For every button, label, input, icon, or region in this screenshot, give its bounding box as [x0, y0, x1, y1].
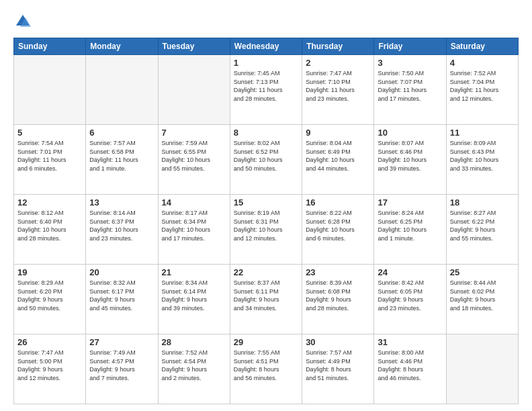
header: [13, 12, 519, 31]
day-number: 19: [17, 267, 82, 277]
day-number: 14: [162, 197, 226, 208]
cell-details: Sunrise: 7:49 AM Sunset: 4:57 PM Dayligh…: [89, 349, 154, 382]
calendar-header-sunday: Sunday: [14, 38, 86, 55]
calendar-cell: [86, 55, 158, 125]
day-number: 1: [234, 58, 298, 68]
logo: [13, 12, 35, 31]
calendar-cell: 19Sunrise: 8:29 AM Sunset: 6:20 PM Dayli…: [14, 265, 86, 334]
day-number: 30: [306, 337, 370, 347]
day-number: 28: [162, 337, 226, 347]
logo-icon: [13, 12, 32, 31]
cell-details: Sunrise: 7:57 AM Sunset: 4:49 PM Dayligh…: [306, 349, 370, 382]
calendar-header-saturday: Saturday: [446, 38, 518, 55]
day-number: 18: [450, 197, 515, 208]
day-number: 7: [162, 128, 226, 138]
calendar-cell: 8Sunrise: 8:02 AM Sunset: 6:52 PM Daylig…: [230, 125, 302, 195]
cell-details: Sunrise: 8:42 AM Sunset: 6:05 PM Dayligh…: [378, 279, 442, 312]
day-number: 12: [17, 197, 82, 208]
day-number: 4: [450, 58, 515, 68]
cell-details: Sunrise: 7:52 AM Sunset: 7:04 PM Dayligh…: [450, 69, 515, 103]
calendar-week-2: 12Sunrise: 8:12 AM Sunset: 6:40 PM Dayli…: [14, 195, 519, 265]
calendar-header-friday: Friday: [374, 38, 446, 55]
calendar-cell: 31Sunrise: 8:00 AM Sunset: 4:46 PM Dayli…: [374, 334, 446, 404]
calendar-cell: 16Sunrise: 8:22 AM Sunset: 6:28 PM Dayli…: [302, 195, 374, 265]
calendar-cell: [158, 55, 230, 125]
cell-details: Sunrise: 7:55 AM Sunset: 4:51 PM Dayligh…: [234, 349, 298, 382]
calendar-cell: 7Sunrise: 7:59 AM Sunset: 6:55 PM Daylig…: [158, 125, 230, 195]
cell-details: Sunrise: 8:17 AM Sunset: 6:34 PM Dayligh…: [162, 209, 226, 242]
calendar-cell: 14Sunrise: 8:17 AM Sunset: 6:34 PM Dayli…: [158, 195, 230, 265]
cell-details: Sunrise: 7:57 AM Sunset: 6:58 PM Dayligh…: [89, 139, 154, 173]
calendar-cell: 29Sunrise: 7:55 AM Sunset: 4:51 PM Dayli…: [230, 334, 302, 404]
day-number: 11: [450, 128, 515, 138]
calendar-cell: [14, 55, 86, 125]
cell-details: Sunrise: 8:34 AM Sunset: 6:14 PM Dayligh…: [162, 279, 226, 312]
calendar-cell: 15Sunrise: 8:19 AM Sunset: 6:31 PM Dayli…: [230, 195, 302, 265]
calendar-cell: 22Sunrise: 8:37 AM Sunset: 6:11 PM Dayli…: [230, 265, 302, 334]
cell-details: Sunrise: 8:39 AM Sunset: 6:08 PM Dayligh…: [306, 279, 370, 312]
calendar-header-monday: Monday: [86, 38, 158, 55]
calendar-cell: 6Sunrise: 7:57 AM Sunset: 6:58 PM Daylig…: [86, 125, 158, 195]
cell-details: Sunrise: 8:22 AM Sunset: 6:28 PM Dayligh…: [306, 209, 370, 242]
day-number: 20: [89, 267, 154, 277]
calendar-cell: 9Sunrise: 8:04 AM Sunset: 6:49 PM Daylig…: [302, 125, 374, 195]
calendar-cell: 20Sunrise: 8:32 AM Sunset: 6:17 PM Dayli…: [86, 265, 158, 334]
calendar-cell: 23Sunrise: 8:39 AM Sunset: 6:08 PM Dayli…: [302, 265, 374, 334]
day-number: 22: [234, 267, 298, 277]
cell-details: Sunrise: 8:09 AM Sunset: 6:43 PM Dayligh…: [450, 139, 515, 173]
cell-details: Sunrise: 7:52 AM Sunset: 4:54 PM Dayligh…: [162, 349, 226, 382]
calendar-cell: 3Sunrise: 7:50 AM Sunset: 7:07 PM Daylig…: [374, 55, 446, 125]
calendar-cell: 12Sunrise: 8:12 AM Sunset: 6:40 PM Dayli…: [14, 195, 86, 265]
day-number: 27: [89, 337, 154, 347]
cell-details: Sunrise: 7:45 AM Sunset: 7:13 PM Dayligh…: [234, 69, 298, 103]
cell-details: Sunrise: 7:50 AM Sunset: 7:07 PM Dayligh…: [378, 69, 442, 103]
day-number: 25: [450, 267, 515, 277]
day-number: 16: [306, 197, 370, 208]
calendar-cell: [446, 334, 518, 404]
calendar-table: SundayMondayTuesdayWednesdayThursdayFrid…: [13, 38, 519, 404]
calendar-header-tuesday: Tuesday: [158, 38, 230, 55]
calendar-cell: 24Sunrise: 8:42 AM Sunset: 6:05 PM Dayli…: [374, 265, 446, 334]
calendar-cell: 21Sunrise: 8:34 AM Sunset: 6:14 PM Dayli…: [158, 265, 230, 334]
calendar-week-4: 26Sunrise: 7:47 AM Sunset: 5:00 PM Dayli…: [14, 334, 519, 404]
calendar-header-wednesday: Wednesday: [230, 38, 302, 55]
calendar-cell: 1Sunrise: 7:45 AM Sunset: 7:13 PM Daylig…: [230, 55, 302, 125]
calendar-week-1: 5Sunrise: 7:54 AM Sunset: 7:01 PM Daylig…: [14, 125, 519, 195]
day-number: 2: [306, 58, 370, 68]
day-number: 21: [162, 267, 226, 277]
calendar-cell: 10Sunrise: 8:07 AM Sunset: 6:46 PM Dayli…: [374, 125, 446, 195]
calendar-cell: 25Sunrise: 8:44 AM Sunset: 6:02 PM Dayli…: [446, 265, 518, 334]
day-number: 8: [234, 128, 298, 138]
calendar-body: 1Sunrise: 7:45 AM Sunset: 7:13 PM Daylig…: [14, 55, 519, 404]
cell-details: Sunrise: 8:37 AM Sunset: 6:11 PM Dayligh…: [234, 279, 298, 312]
calendar-cell: 2Sunrise: 7:47 AM Sunset: 7:10 PM Daylig…: [302, 55, 374, 125]
calendar-cell: 27Sunrise: 7:49 AM Sunset: 4:57 PM Dayli…: [86, 334, 158, 404]
cell-details: Sunrise: 8:04 AM Sunset: 6:49 PM Dayligh…: [306, 139, 370, 173]
cell-details: Sunrise: 8:07 AM Sunset: 6:46 PM Dayligh…: [378, 139, 442, 173]
cell-details: Sunrise: 8:24 AM Sunset: 6:25 PM Dayligh…: [378, 209, 442, 242]
calendar-cell: 18Sunrise: 8:27 AM Sunset: 6:22 PM Dayli…: [446, 195, 518, 265]
cell-details: Sunrise: 7:59 AM Sunset: 6:55 PM Dayligh…: [162, 139, 226, 173]
day-number: 10: [378, 128, 442, 138]
day-number: 31: [378, 337, 442, 347]
cell-details: Sunrise: 8:27 AM Sunset: 6:22 PM Dayligh…: [450, 209, 515, 242]
page: SundayMondayTuesdayWednesdayThursdayFrid…: [0, 0, 532, 411]
day-number: 15: [234, 197, 298, 208]
day-number: 24: [378, 267, 442, 277]
cell-details: Sunrise: 8:12 AM Sunset: 6:40 PM Dayligh…: [17, 209, 82, 242]
day-number: 17: [378, 197, 442, 208]
calendar-header-thursday: Thursday: [302, 38, 374, 55]
calendar-header-row: SundayMondayTuesdayWednesdayThursdayFrid…: [14, 38, 519, 55]
day-number: 5: [17, 128, 82, 138]
calendar-cell: 4Sunrise: 7:52 AM Sunset: 7:04 PM Daylig…: [446, 55, 518, 125]
day-number: 13: [89, 197, 154, 208]
day-number: 29: [234, 337, 298, 347]
day-number: 6: [89, 128, 154, 138]
day-number: 9: [306, 128, 370, 138]
day-number: 3: [378, 58, 442, 68]
cell-details: Sunrise: 8:19 AM Sunset: 6:31 PM Dayligh…: [234, 209, 298, 242]
cell-details: Sunrise: 8:44 AM Sunset: 6:02 PM Dayligh…: [450, 279, 515, 312]
cell-details: Sunrise: 7:47 AM Sunset: 7:10 PM Dayligh…: [306, 69, 370, 103]
cell-details: Sunrise: 8:14 AM Sunset: 6:37 PM Dayligh…: [89, 209, 154, 242]
cell-details: Sunrise: 7:54 AM Sunset: 7:01 PM Dayligh…: [17, 139, 82, 173]
